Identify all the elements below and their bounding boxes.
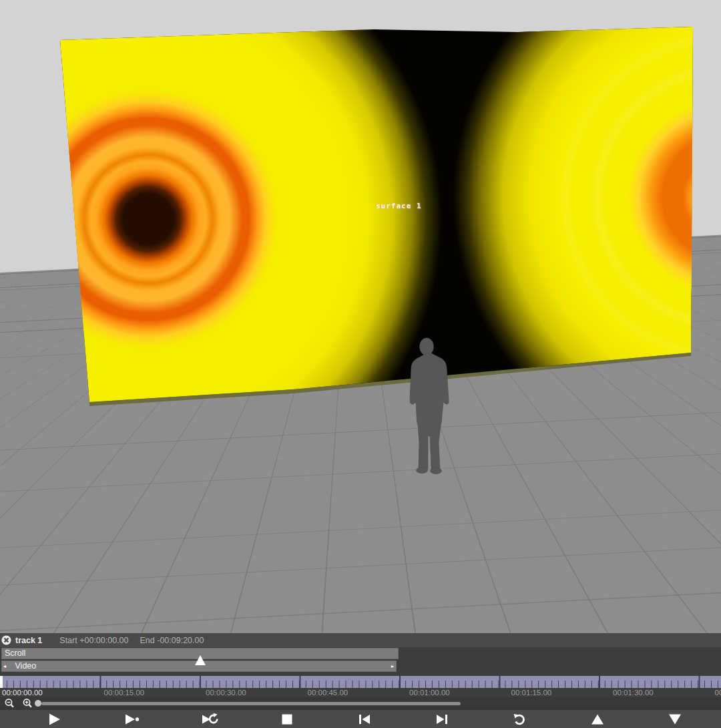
play-loop-button[interactable] <box>201 712 218 726</box>
undo-button[interactable] <box>511 712 529 726</box>
transport-controls <box>0 710 721 728</box>
timestamp: 00:00:15.00 <box>102 688 204 697</box>
clip-right-arrow-icon[interactable]: ▸ <box>391 661 394 671</box>
play-button[interactable] <box>45 712 63 726</box>
zoom-slider-knob[interactable] <box>35 700 41 707</box>
scroll-bar-label: Scroll <box>5 649 25 658</box>
clip-left-arrow-icon[interactable]: ◂ <box>3 663 6 669</box>
timestamp: 00:00:45.00 <box>306 688 408 697</box>
zoom-row <box>0 697 721 710</box>
scroll-row: Scroll <box>0 647 721 660</box>
track-name: track 1 <box>15 636 42 645</box>
skip-to-start-button[interactable] <box>356 712 373 726</box>
playhead[interactable] <box>0 676 3 688</box>
timestamp: 00:01:30.00 <box>611 688 713 697</box>
timestamp: 00:01:15.00 <box>509 688 612 697</box>
timestamp: 00:00:30.00 <box>204 688 306 697</box>
scroll-position-marker[interactable] <box>195 655 206 665</box>
application-window: surface 1 track 1 Start +00:00:00.00 End… <box>0 0 721 728</box>
move-up-button[interactable] <box>589 712 606 726</box>
video-row: ◂ Video ▸ <box>0 660 721 673</box>
track-header: track 1 Start +00:00:00.00 End -00:09:20… <box>0 633 721 647</box>
stage-3d-viewport[interactable]: surface 1 <box>0 0 721 633</box>
track-end-time: End -00:09:20.00 <box>140 636 204 645</box>
person-silhouette-icon <box>406 337 454 478</box>
timeline-timestamps: 00:00:00.00 00:00:15.00 00:00:30.00 00:0… <box>0 688 721 697</box>
move-down-button[interactable] <box>666 712 684 726</box>
stop-button[interactable] <box>278 712 296 726</box>
timeline-panel: track 1 Start +00:00:00.00 End -00:09:20… <box>0 633 721 728</box>
zoom-in-icon[interactable] <box>22 698 33 709</box>
track-start-time: Start +00:00:00.00 <box>59 636 128 645</box>
timestamp: 00:01:45.00 <box>713 688 721 697</box>
timestamp: 00:00:00.00 <box>0 688 102 697</box>
surface-name-label: surface 1 <box>376 202 422 210</box>
timestamp: 00:01:00.00 <box>407 688 509 697</box>
play-once-button[interactable] <box>123 712 140 726</box>
video-clip-label: Video <box>15 661 37 671</box>
close-track-icon[interactable] <box>1 635 11 645</box>
skip-to-end-button[interactable] <box>433 712 451 726</box>
timeline-ruler[interactable] <box>0 676 721 688</box>
zoom-out-icon[interactable] <box>4 698 15 709</box>
zoom-slider-track[interactable] <box>41 702 461 705</box>
